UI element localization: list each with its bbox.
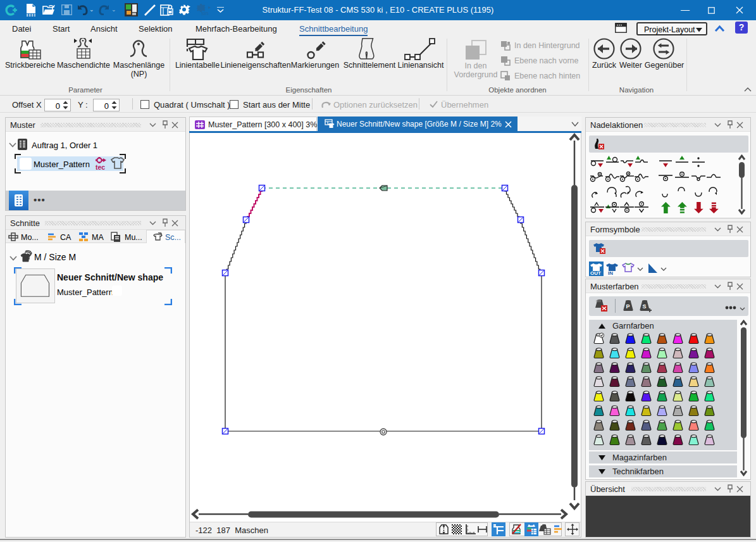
svg-text:sin: sin [201,10,209,16]
svg-text:tec: tec [96,163,105,170]
